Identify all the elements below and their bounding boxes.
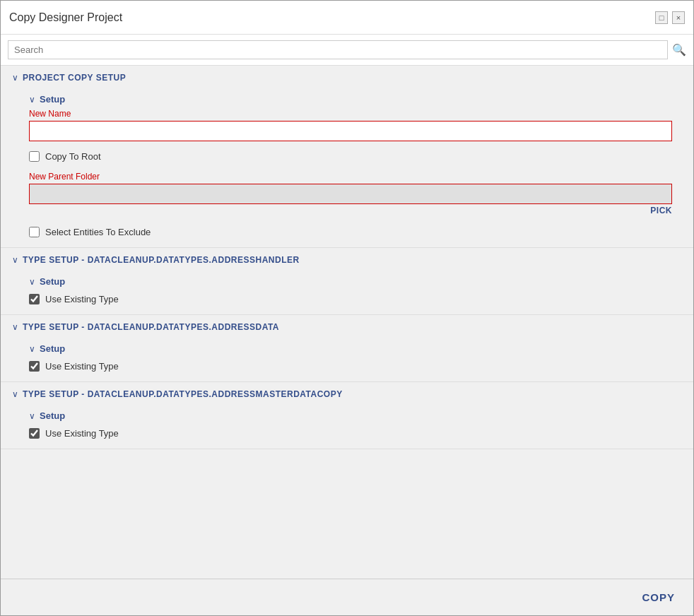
footer: COPY (1, 579, 693, 615)
sub-chevron-icon-3: ∨ (29, 344, 35, 354)
section-title-2: TYPE SETUP - DATACLEANUP.DATATYPES.ADDRE… (23, 255, 300, 265)
title-bar: Copy Designer Project □ × (1, 1, 693, 35)
section-type-setup-addressmasterdatacopy: ∨ TYPE SETUP - DATACLEANUP.DATATYPES.ADD… (1, 382, 693, 449)
use-existing-type-row-3: Use Existing Type (29, 425, 672, 442)
subsection-label-4: Setup (40, 410, 65, 421)
use-existing-type-checkbox-1[interactable] (29, 294, 40, 304)
section-type-setup-addresshandler: ∨ TYPE SETUP - DATACLEANUP.DATATYPES.ADD… (1, 248, 693, 315)
search-icon: 🔍 (672, 43, 686, 57)
section-title-4: TYPE SETUP - DATACLEANUP.DATATYPES.ADDRE… (23, 389, 343, 399)
sub-chevron-icon-2: ∨ (29, 277, 35, 287)
chevron-icon-4: ∨ (12, 389, 18, 399)
chevron-icon-1: ∨ (12, 73, 18, 83)
search-bar: 🔍 (1, 35, 693, 66)
sub-chevron-icon-4: ∨ (29, 411, 35, 421)
chevron-icon-3: ∨ (12, 322, 18, 332)
subsection-setup-3: ∨ Setup Use Existing Type (1, 339, 693, 381)
subsection-header-3[interactable]: ∨ Setup (29, 339, 672, 358)
use-existing-type-row-2: Use Existing Type (29, 358, 672, 374)
dialog-title: Copy Designer Project (9, 11, 122, 24)
subsection-label-1: Setup (40, 94, 65, 105)
sub-chevron-icon-1: ∨ (29, 95, 35, 105)
select-entities-row: Select Entities To Exclude (29, 224, 672, 240)
minimize-button[interactable]: □ (655, 11, 668, 24)
use-existing-type-checkbox-3[interactable] (29, 428, 40, 439)
new-parent-folder-group: New Parent Folder PICK (29, 172, 672, 217)
section-project-copy-setup: ∨ PROJECT COPY SETUP ∨ Setup New Name Co… (1, 66, 693, 248)
copy-to-root-label: Copy To Root (45, 151, 101, 162)
search-input[interactable] (8, 40, 668, 59)
section-type-setup-addressdata: ∨ TYPE SETUP - DATACLEANUP.DATATYPES.ADD… (1, 315, 693, 382)
new-name-input[interactable] (29, 121, 672, 141)
subsection-header-2[interactable]: ∨ Setup (29, 272, 672, 291)
select-entities-checkbox[interactable] (29, 227, 40, 237)
use-existing-type-checkbox-2[interactable] (29, 361, 40, 372)
section-header-2[interactable]: ∨ TYPE SETUP - DATACLEANUP.DATATYPES.ADD… (1, 248, 693, 272)
section-header-4[interactable]: ∨ TYPE SETUP - DATACLEANUP.DATATYPES.ADD… (1, 382, 693, 406)
pick-link[interactable]: PICK (29, 204, 672, 217)
section-header-3[interactable]: ∨ TYPE SETUP - DATACLEANUP.DATATYPES.ADD… (1, 315, 693, 339)
section-title-3: TYPE SETUP - DATACLEANUP.DATATYPES.ADDRE… (23, 322, 279, 332)
subsection-header-1[interactable]: ∨ Setup (29, 90, 672, 109)
select-entities-label: Select Entities To Exclude (45, 227, 151, 237)
subsection-label-2: Setup (40, 276, 65, 287)
new-name-label: New Name (29, 109, 672, 119)
use-existing-type-row-1: Use Existing Type (29, 291, 672, 307)
new-parent-folder-label: New Parent Folder (29, 172, 672, 182)
copy-button[interactable]: COPY (635, 588, 682, 606)
use-existing-type-label-1: Use Existing Type (45, 294, 119, 304)
copy-to-root-row: Copy To Root (29, 148, 672, 165)
copy-to-root-checkbox[interactable] (29, 151, 40, 162)
use-existing-type-label-3: Use Existing Type (45, 428, 119, 439)
subsection-setup-1: ∨ Setup New Name Copy To Root New Parent… (1, 90, 693, 247)
chevron-icon-2: ∨ (12, 255, 18, 265)
copy-designer-dialog: Copy Designer Project □ × 🔍 ∨ PROJECT CO… (0, 0, 694, 616)
title-controls: □ × (655, 11, 685, 24)
section-title-1: PROJECT COPY SETUP (23, 73, 126, 83)
section-header-project-copy-setup[interactable]: ∨ PROJECT COPY SETUP (1, 66, 693, 90)
close-button[interactable]: × (672, 11, 685, 24)
subsection-setup-2: ∨ Setup Use Existing Type (1, 272, 693, 314)
subsection-label-3: Setup (40, 343, 65, 354)
subsection-header-4[interactable]: ∨ Setup (29, 406, 672, 425)
new-name-group: New Name (29, 109, 672, 141)
use-existing-type-label-2: Use Existing Type (45, 361, 119, 372)
new-parent-folder-input[interactable] (29, 184, 672, 204)
subsection-setup-4: ∨ Setup Use Existing Type (1, 406, 693, 449)
content-area: ∨ PROJECT COPY SETUP ∨ Setup New Name Co… (1, 66, 693, 579)
